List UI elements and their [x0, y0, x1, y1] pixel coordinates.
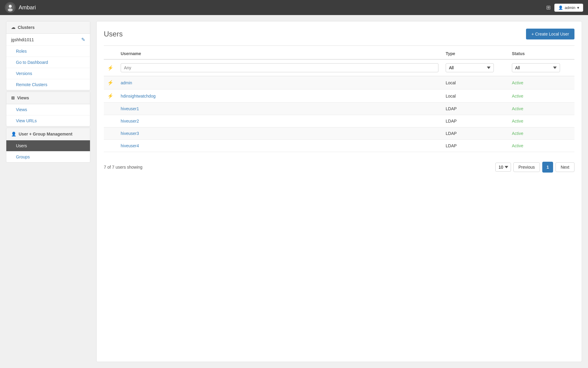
status-filter-select[interactable]: All Active Inactive — [512, 63, 560, 72]
row-username-cell: hiveuser1 — [117, 103, 442, 115]
row-username-cell: admin — [117, 76, 442, 89]
row-bolt-cell — [104, 103, 117, 115]
views-grid-icon: ⊞ — [11, 95, 15, 100]
pagination-bar: 7 of 7 users showing 10 25 50 Previous 1… — [104, 158, 574, 176]
sidebar-item-roles[interactable]: Roles — [6, 46, 90, 57]
user-group-section: 👤 User + Group Management Users Groups — [6, 128, 90, 163]
users-table: Username Type Status ⚡ — [104, 48, 574, 152]
clusters-section: ☁ Clusters jgshhdi1011 ✎ Roles Go to Das… — [6, 21, 90, 90]
row-bolt-cell: ⚡ — [104, 76, 117, 89]
row-status-cell: Active — [508, 127, 574, 140]
username-link[interactable]: admin — [121, 80, 132, 85]
row-status-cell: Active — [508, 89, 574, 103]
username-link[interactable]: hiveuser2 — [121, 119, 139, 123]
bolt-icon: ⚡ — [107, 93, 113, 98]
filter-username-cell — [117, 59, 442, 76]
per-page-select[interactable]: 10 25 50 — [495, 163, 511, 172]
pagination-right: 10 25 50 Previous 1 Next — [495, 162, 574, 173]
topnav-right: ⊞ 👤 admin ▾ — [546, 4, 583, 12]
table-row: ⚡hdinsightwatchdogLocalActive — [104, 89, 574, 103]
user-group-icon: 👤 — [11, 132, 16, 136]
bolt-col-header — [104, 48, 117, 59]
svg-point-1 — [9, 5, 12, 8]
admin-button[interactable]: 👤 admin ▾ — [554, 4, 583, 12]
username-link[interactable]: hiveuser3 — [121, 131, 139, 136]
table-row: hiveuser2LDAPActive — [104, 115, 574, 127]
views-header: ⊞ Views — [6, 92, 90, 104]
row-status-cell: Active — [508, 140, 574, 152]
row-bolt-cell — [104, 127, 117, 140]
type-filter-select[interactable]: All Local LDAP — [446, 63, 494, 72]
table-row: hiveuser1LDAPActive — [104, 103, 574, 115]
grid-icon[interactable]: ⊞ — [546, 4, 551, 11]
row-username-cell: hdinsightwatchdog — [117, 89, 442, 103]
showing-text: 7 of 7 users showing — [104, 165, 142, 170]
sidebar-item-remote-clusters[interactable]: Remote Clusters — [6, 79, 90, 90]
username-link[interactable]: hiveuser1 — [121, 106, 139, 111]
main-content: Users + Create Local User Username Type … — [96, 21, 582, 362]
topnav: Ambari ⊞ 👤 admin ▾ — [0, 0, 588, 15]
sidebar-item-groups[interactable]: Groups — [6, 151, 90, 162]
row-type-cell: LDAP — [442, 115, 508, 127]
svg-point-2 — [8, 8, 13, 11]
sidebar-item-views[interactable]: Views — [6, 104, 90, 115]
admin-label: admin — [565, 5, 575, 10]
sidebar-item-view-urls[interactable]: View URLs — [6, 115, 90, 126]
row-status-cell: Active — [508, 76, 574, 89]
username-filter-input[interactable] — [121, 63, 438, 72]
table-row: ⚡adminLocalActive — [104, 76, 574, 89]
row-bolt-cell: ⚡ — [104, 89, 117, 103]
sidebar-item-versions[interactable]: Versions — [6, 68, 90, 79]
row-status-cell: Active — [508, 115, 574, 127]
filter-bolt-cell: ⚡ — [104, 59, 117, 76]
row-type-cell: LDAP — [442, 103, 508, 115]
row-type-cell: LDAP — [442, 127, 508, 140]
row-type-cell: Local — [442, 89, 508, 103]
table-header-row: Username Type Status — [104, 48, 574, 59]
cloud-icon: ☁ — [11, 25, 15, 30]
cluster-name-row: jgshhdi1011 ✎ — [6, 34, 90, 46]
topnav-left: Ambari — [5, 2, 36, 13]
page-title: Users — [104, 30, 123, 38]
username-link[interactable]: hdinsightwatchdog — [121, 94, 156, 98]
views-label: Views — [17, 95, 29, 100]
page-1-button[interactable]: 1 — [542, 162, 553, 173]
edit-cluster-icon[interactable]: ✎ — [81, 37, 85, 42]
header-divider — [104, 45, 574, 46]
previous-button[interactable]: Previous — [513, 162, 540, 172]
type-col-header: Type — [442, 48, 508, 59]
user-group-header: 👤 User + Group Management — [6, 128, 90, 140]
row-type-cell: LDAP — [442, 140, 508, 152]
filter-type-cell: All Local LDAP — [442, 59, 508, 76]
user-group-label: User + Group Management — [19, 132, 73, 136]
clusters-header: ☁ Clusters — [6, 21, 90, 34]
table-row: hiveuser4LDAPActive — [104, 140, 574, 152]
content-header: Users + Create Local User — [104, 29, 574, 39]
sidebar: ☁ Clusters jgshhdi1011 ✎ Roles Go to Das… — [6, 21, 90, 362]
table-head: Username Type Status ⚡ — [104, 48, 574, 76]
row-username-cell: hiveuser4 — [117, 140, 442, 152]
ambari-logo — [5, 2, 16, 13]
filter-status-cell: All Active Inactive — [508, 59, 574, 76]
status-col-header: Status — [508, 48, 574, 59]
table-row: hiveuser3LDAPActive — [104, 127, 574, 140]
username-col-header: Username — [117, 48, 442, 59]
row-bolt-cell — [104, 140, 117, 152]
row-username-cell: hiveuser3 — [117, 127, 442, 140]
sidebar-item-dashboard[interactable]: Go to Dashboard — [6, 57, 90, 68]
filter-row: ⚡ All Local LDAP All — [104, 59, 574, 76]
users-tbody: ⚡adminLocalActive⚡hdinsightwatchdogLocal… — [104, 76, 574, 152]
bolt-icon: ⚡ — [107, 80, 113, 85]
views-section: ⊞ Views Views View URLs — [6, 92, 90, 126]
cluster-name: jgshhdi1011 — [11, 37, 34, 42]
create-local-user-button[interactable]: + Create Local User — [526, 29, 574, 39]
next-button[interactable]: Next — [556, 162, 574, 172]
caret-icon: ▾ — [577, 5, 579, 10]
main-layout: ☁ Clusters jgshhdi1011 ✎ Roles Go to Das… — [0, 15, 588, 368]
row-username-cell: hiveuser2 — [117, 115, 442, 127]
sidebar-item-users[interactable]: Users — [6, 140, 90, 151]
username-link[interactable]: hiveuser4 — [121, 143, 139, 148]
row-bolt-cell — [104, 115, 117, 127]
row-type-cell: Local — [442, 76, 508, 89]
row-status-cell: Active — [508, 103, 574, 115]
